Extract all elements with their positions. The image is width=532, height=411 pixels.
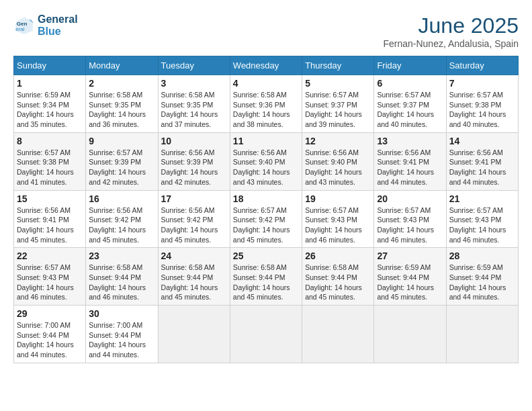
day-info: Sunrise: 6:57 AM Sunset: 9:43 PM Dayligh… (449, 205, 515, 245)
calendar-cell: 13Sunrise: 6:56 AM Sunset: 9:41 PM Dayli… (374, 132, 446, 190)
day-number: 2 (89, 78, 154, 89)
calendar-cell (302, 306, 374, 363)
day-info: Sunrise: 6:58 AM Sunset: 9:36 PM Dayligh… (233, 90, 299, 130)
calendar-cell: 21Sunrise: 6:57 AM Sunset: 9:43 PM Dayli… (446, 190, 518, 248)
day-number: 30 (89, 308, 154, 319)
calendar-week-1: 1Sunrise: 6:59 AM Sunset: 9:34 PM Daylig… (14, 75, 519, 133)
header-cell-wednesday: Wednesday (230, 56, 302, 75)
page-header: Gen eral General Blue June 2025 Fernan-N… (13, 13, 519, 49)
day-info: Sunrise: 6:56 AM Sunset: 9:41 PM Dayligh… (449, 148, 515, 187)
day-info: Sunrise: 6:57 AM Sunset: 9:42 PM Dayligh… (233, 205, 299, 245)
logo: Gen eral General Blue (13, 13, 78, 37)
day-info: Sunrise: 6:57 AM Sunset: 9:37 PM Dayligh… (305, 90, 371, 130)
day-info: Sunrise: 6:58 AM Sunset: 9:35 PM Dayligh… (89, 90, 154, 130)
day-info: Sunrise: 6:57 AM Sunset: 9:43 PM Dayligh… (17, 263, 83, 302)
calendar-cell: 14Sunrise: 6:56 AM Sunset: 9:41 PM Dayli… (446, 132, 518, 190)
day-info: Sunrise: 6:57 AM Sunset: 9:38 PM Dayligh… (449, 90, 515, 130)
calendar-week-2: 8Sunrise: 6:57 AM Sunset: 9:38 PM Daylig… (14, 132, 519, 190)
day-number: 22 (17, 250, 83, 261)
day-number: 14 (449, 136, 515, 146)
day-number: 19 (305, 193, 371, 204)
calendar-cell: 20Sunrise: 6:57 AM Sunset: 9:43 PM Dayli… (374, 190, 446, 248)
calendar-cell: 27Sunrise: 6:59 AM Sunset: 9:44 PM Dayli… (374, 248, 446, 306)
calendar-cell: 15Sunrise: 6:56 AM Sunset: 9:41 PM Dayli… (14, 190, 86, 248)
day-info: Sunrise: 6:56 AM Sunset: 9:41 PM Dayligh… (17, 205, 83, 245)
day-number: 5 (305, 78, 371, 89)
day-number: 6 (377, 78, 443, 89)
calendar-cell: 10Sunrise: 6:56 AM Sunset: 9:39 PM Dayli… (158, 132, 230, 190)
calendar-cell: 30Sunrise: 7:00 AM Sunset: 9:44 PM Dayli… (86, 306, 158, 363)
header-cell-tuesday: Tuesday (158, 56, 230, 75)
day-number: 29 (17, 308, 83, 319)
day-info: Sunrise: 6:57 AM Sunset: 9:43 PM Dayligh… (377, 205, 443, 245)
calendar-cell: 9Sunrise: 6:57 AM Sunset: 9:39 PM Daylig… (86, 132, 158, 190)
location: Fernan-Nunez, Andalusia, Spain (383, 38, 519, 49)
day-info: Sunrise: 6:57 AM Sunset: 9:39 PM Dayligh… (89, 148, 154, 187)
day-info: Sunrise: 6:59 AM Sunset: 9:44 PM Dayligh… (377, 263, 443, 302)
day-number: 12 (305, 136, 371, 146)
day-info: Sunrise: 7:00 AM Sunset: 9:44 PM Dayligh… (89, 320, 154, 360)
day-number: 20 (377, 193, 443, 204)
calendar-cell (374, 306, 446, 363)
day-info: Sunrise: 6:59 AM Sunset: 9:44 PM Dayligh… (449, 263, 515, 302)
calendar-week-4: 22Sunrise: 6:57 AM Sunset: 9:43 PM Dayli… (14, 248, 519, 306)
calendar-cell: 16Sunrise: 6:56 AM Sunset: 9:42 PM Dayli… (86, 190, 158, 248)
month-title: June 2025 (383, 13, 519, 38)
calendar-cell: 18Sunrise: 6:57 AM Sunset: 9:42 PM Dayli… (230, 190, 302, 248)
calendar-week-3: 15Sunrise: 6:56 AM Sunset: 9:41 PM Dayli… (14, 190, 519, 248)
day-number: 27 (377, 250, 443, 261)
day-info: Sunrise: 6:56 AM Sunset: 9:42 PM Dayligh… (89, 205, 154, 245)
calendar-cell: 19Sunrise: 6:57 AM Sunset: 9:43 PM Dayli… (302, 190, 374, 248)
calendar-body: 1Sunrise: 6:59 AM Sunset: 9:34 PM Daylig… (14, 75, 519, 363)
calendar-cell: 6Sunrise: 6:57 AM Sunset: 9:37 PM Daylig… (374, 75, 446, 133)
day-number: 10 (161, 136, 227, 146)
calendar-cell (230, 306, 302, 363)
header-row: SundayMondayTuesdayWednesdayThursdayFrid… (14, 56, 519, 75)
calendar-cell: 5Sunrise: 6:57 AM Sunset: 9:37 PM Daylig… (302, 75, 374, 133)
day-info: Sunrise: 6:56 AM Sunset: 9:40 PM Dayligh… (233, 148, 299, 187)
calendar-cell: 8Sunrise: 6:57 AM Sunset: 9:38 PM Daylig… (14, 132, 86, 190)
day-number: 1 (17, 78, 83, 89)
calendar-cell (446, 306, 518, 363)
calendar-cell: 24Sunrise: 6:58 AM Sunset: 9:44 PM Dayli… (158, 248, 230, 306)
calendar-cell: 2Sunrise: 6:58 AM Sunset: 9:35 PM Daylig… (86, 75, 158, 133)
day-info: Sunrise: 6:56 AM Sunset: 9:42 PM Dayligh… (161, 205, 227, 245)
calendar-cell: 1Sunrise: 6:59 AM Sunset: 9:34 PM Daylig… (14, 75, 86, 133)
logo-text: General Blue (38, 13, 78, 37)
day-info: Sunrise: 6:58 AM Sunset: 9:44 PM Dayligh… (233, 263, 299, 302)
day-info: Sunrise: 6:56 AM Sunset: 9:39 PM Dayligh… (161, 148, 227, 187)
day-info: Sunrise: 6:59 AM Sunset: 9:34 PM Dayligh… (17, 90, 83, 130)
calendar-cell: 29Sunrise: 7:00 AM Sunset: 9:44 PM Dayli… (14, 306, 86, 363)
calendar-cell: 22Sunrise: 6:57 AM Sunset: 9:43 PM Dayli… (14, 248, 86, 306)
calendar-table: SundayMondayTuesdayWednesdayThursdayFrid… (13, 56, 519, 363)
day-info: Sunrise: 6:56 AM Sunset: 9:41 PM Dayligh… (377, 148, 443, 187)
calendar-cell: 4Sunrise: 6:58 AM Sunset: 9:36 PM Daylig… (230, 75, 302, 133)
header-cell-friday: Friday (374, 56, 446, 75)
calendar-cell: 28Sunrise: 6:59 AM Sunset: 9:44 PM Dayli… (446, 248, 518, 306)
calendar-cell: 12Sunrise: 6:56 AM Sunset: 9:40 PM Dayli… (302, 132, 374, 190)
day-number: 15 (17, 193, 83, 204)
header-cell-monday: Monday (86, 56, 158, 75)
day-number: 11 (233, 136, 299, 146)
day-number: 18 (233, 193, 299, 204)
day-number: 7 (449, 78, 515, 89)
day-info: Sunrise: 6:57 AM Sunset: 9:43 PM Dayligh… (305, 205, 371, 245)
day-info: Sunrise: 6:57 AM Sunset: 9:37 PM Dayligh… (377, 90, 443, 130)
day-info: Sunrise: 6:56 AM Sunset: 9:40 PM Dayligh… (305, 148, 371, 187)
day-info: Sunrise: 6:58 AM Sunset: 9:44 PM Dayligh… (89, 263, 154, 302)
logo-icon: Gen eral (13, 15, 35, 36)
day-number: 9 (89, 136, 154, 146)
calendar-header: SundayMondayTuesdayWednesdayThursdayFrid… (14, 56, 519, 75)
calendar-cell: 23Sunrise: 6:58 AM Sunset: 9:44 PM Dayli… (86, 248, 158, 306)
day-number: 8 (17, 136, 83, 146)
day-number: 16 (89, 193, 154, 204)
day-info: Sunrise: 6:57 AM Sunset: 9:38 PM Dayligh… (17, 148, 83, 187)
calendar-cell: 17Sunrise: 6:56 AM Sunset: 9:42 PM Dayli… (158, 190, 230, 248)
calendar-cell: 25Sunrise: 6:58 AM Sunset: 9:44 PM Dayli… (230, 248, 302, 306)
day-number: 24 (161, 250, 227, 261)
day-info: Sunrise: 6:58 AM Sunset: 9:44 PM Dayligh… (161, 263, 227, 302)
day-info: Sunrise: 6:58 AM Sunset: 9:35 PM Dayligh… (161, 90, 227, 130)
day-info: Sunrise: 6:58 AM Sunset: 9:44 PM Dayligh… (305, 263, 371, 302)
day-number: 4 (233, 78, 299, 89)
svg-text:eral: eral (15, 26, 25, 32)
